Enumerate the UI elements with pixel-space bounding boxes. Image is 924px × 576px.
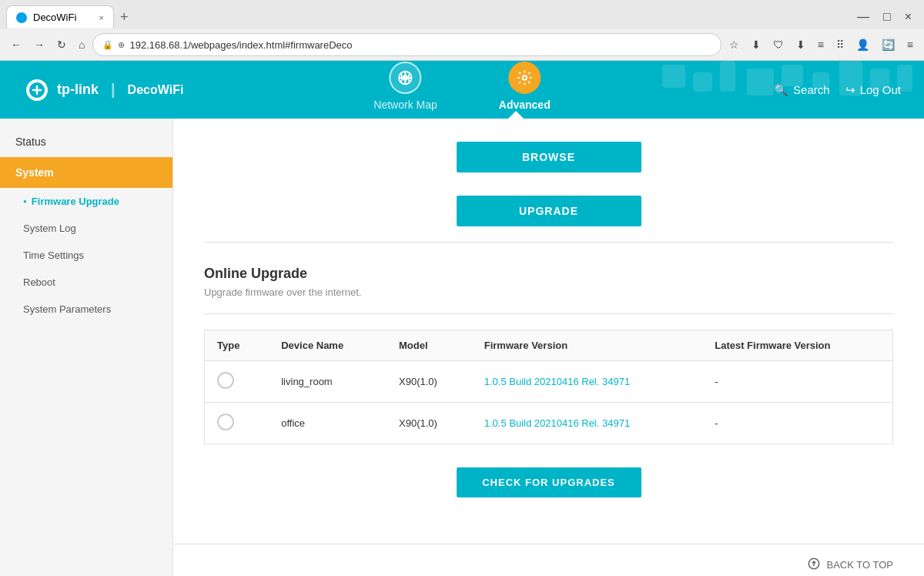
sidebar-item-system-parameters[interactable]: System Parameters (0, 296, 172, 323)
tab-network-map[interactable]: Network Map (343, 61, 467, 119)
time-settings-label: Time Settings (23, 249, 84, 261)
browser-controls: ← → ↻ ⌂ 🔒 ⊕ 192.168.68.1/webpages/index.… (0, 29, 924, 60)
svg-rect-1 (693, 72, 712, 92)
table-header: Type Device Name Model Firmware Version … (205, 330, 893, 361)
grid-btn[interactable]: ⠿ (832, 35, 849, 54)
sidebar-item-status-label: Status (15, 136, 46, 148)
svg-rect-0 (662, 65, 685, 88)
logout-label: Log Out (860, 83, 901, 96)
row1-type (205, 361, 270, 403)
sidebar-item-firmware-upgrade[interactable]: Firmware Upgrade (0, 188, 172, 215)
bookmarks-btn[interactable]: ≡ (813, 35, 829, 54)
radio-circle-2[interactable] (217, 414, 234, 430)
logout-icon: ↪ (845, 83, 855, 97)
lock-icon: 🔒 (102, 40, 113, 50)
tab-close-btn[interactable]: × (99, 13, 104, 22)
sidebar-item-system-log[interactable]: System Log (0, 215, 172, 242)
back-btn[interactable]: ← (6, 35, 26, 54)
sidebar-item-reboot[interactable]: Reboot (0, 269, 172, 296)
system-parameters-label: System Parameters (23, 303, 111, 315)
refresh-btn[interactable]: ↻ (52, 35, 71, 54)
row2-firmware-version-text: 1.0.5 Build 20210416 Rel. 34971 (484, 417, 630, 429)
row1-firmware-version: 1.0.5 Build 20210416 Rel. 34971 (472, 361, 702, 403)
brand-name: tp-link (57, 82, 99, 98)
row1-model: X90(1.0) (387, 361, 472, 403)
sidebar-item-status[interactable]: Status (0, 126, 172, 157)
tab-advanced[interactable]: Advanced (468, 61, 581, 119)
minimize-btn[interactable]: — (851, 10, 875, 24)
sidebar-item-system[interactable]: System (0, 157, 172, 188)
svg-rect-3 (747, 69, 774, 95)
col-type: Type (205, 330, 270, 361)
network-map-icon (390, 62, 422, 94)
online-upgrade-section: Online Upgrade Upgrade firmware over the… (204, 266, 893, 444)
app-header: tp-link | DecoWiFi Network Map (0, 61, 924, 119)
browser-chrome: DecoWiFi × + — □ × ← → ↻ ⌂ 🔒 ⊕ 192.168.6… (0, 0, 924, 61)
table-row: living_room X90(1.0) 1.0.5 Build 2021041… (205, 361, 893, 403)
sync-btn[interactable]: 🔄 (877, 35, 899, 54)
upgrade-section: BROWSE UPGRADE Online Upgrade Upgrade fi… (173, 119, 924, 544)
col-device-name: Device Name (269, 330, 387, 361)
address-bar[interactable]: 🔒 ⊕ 192.168.68.1/webpages/index.html#fir… (92, 33, 721, 56)
firmware-table: Type Device Name Model Firmware Version … (204, 330, 893, 444)
search-icon: 🔍 (774, 83, 788, 97)
back-to-top-label: BACK TO TOP (827, 559, 893, 571)
logo: tp-link | DecoWiFi (23, 76, 183, 104)
online-upgrade-title: Online Upgrade (204, 266, 893, 282)
logo-divider: | (111, 81, 116, 99)
system-log-label: System Log (23, 223, 76, 234)
row2-firmware-version: 1.0.5 Build 20210416 Rel. 34971 (472, 403, 702, 444)
tab-favicon (16, 12, 27, 23)
advanced-icon (508, 62, 541, 94)
tab-network-map-label: Network Map (373, 99, 437, 111)
shield-btn[interactable]: 🛡 (768, 35, 788, 54)
reboot-label: Reboot (23, 276, 55, 288)
row2-device-name: office (269, 403, 387, 444)
bookmark-btn[interactable]: ☆ (725, 35, 744, 54)
col-model: Model (387, 330, 472, 361)
firmware-upgrade-label: Firmware Upgrade (32, 196, 119, 207)
sidebar-item-time-settings[interactable]: Time Settings (0, 242, 172, 269)
browser-tab[interactable]: DecoWiFi × (6, 5, 114, 28)
row1-device-name: living_room (269, 361, 387, 403)
main-layout: Status System Firmware Upgrade System Lo… (0, 119, 924, 576)
product-name: DecoWiFi (128, 83, 184, 97)
svg-point-13 (522, 75, 527, 80)
row2-latest-firmware: - (702, 403, 892, 444)
sidebar-item-system-label: System (15, 166, 54, 179)
menu-btn[interactable]: ≡ (902, 35, 918, 54)
tp-link-logo-icon (23, 76, 51, 104)
close-btn[interactable]: × (899, 10, 918, 24)
radio-circle-1[interactable] (217, 372, 234, 389)
profile-btn[interactable]: 👤 (852, 35, 874, 54)
forward-btn[interactable]: → (29, 35, 49, 54)
download-btn[interactable]: ⬇ (792, 35, 810, 54)
address-text: 192.168.68.1/webpages/index.html#firmwar… (129, 39, 352, 51)
check-upgrades-button[interactable]: CHECK FOR UPGRADES (457, 467, 641, 497)
extensions-btn[interactable]: ⬇ (747, 35, 765, 54)
row1-latest-firmware: - (702, 361, 892, 403)
table-body: living_room X90(1.0) 1.0.5 Build 2021041… (205, 361, 893, 444)
col-latest-firmware: Latest Firmware Version (702, 330, 892, 361)
back-to-top[interactable]: BACK TO TOP (173, 544, 924, 576)
tab-pointer (508, 111, 524, 119)
address-icon: ⊕ (118, 40, 125, 50)
search-btn[interactable]: 🔍 Search (774, 83, 830, 97)
home-btn[interactable]: ⌂ (74, 35, 89, 54)
row2-model: X90(1.0) (387, 403, 472, 444)
logout-btn[interactable]: ↪ Log Out (845, 83, 901, 97)
back-to-top-icon (807, 557, 821, 573)
upgrade-button[interactable]: UPGRADE (457, 196, 641, 226)
maximize-btn[interactable]: □ (877, 10, 897, 24)
table-row: office X90(1.0) 1.0.5 Build 20210416 Rel… (205, 403, 893, 444)
tab-title: DecoWiFi (33, 12, 76, 23)
divider-1 (204, 242, 893, 243)
search-label: Search (793, 83, 830, 96)
new-tab-btn[interactable]: + (114, 9, 135, 25)
header-actions: 🔍 Search ↪ Log Out (774, 83, 901, 97)
browse-button[interactable]: BROWSE (457, 142, 641, 172)
col-firmware-version: Firmware Version (472, 330, 702, 361)
divider-2 (204, 313, 893, 314)
row1-firmware-version-text: 1.0.5 Build 20210416 Rel. 34971 (484, 376, 630, 387)
nav-tabs: Network Map Advanced (343, 61, 581, 119)
